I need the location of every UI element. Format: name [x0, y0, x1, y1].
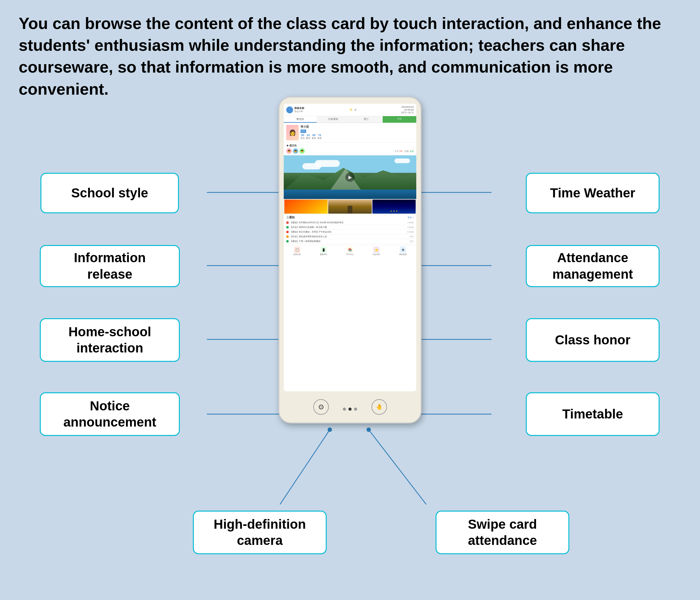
tab-schedule[interactable]: 行政课表 — [317, 116, 350, 123]
school-style-label: School style — [41, 173, 179, 213]
stat-1: 85 语文 — [301, 134, 305, 140]
homework-title: ★ 值日生 — [286, 144, 414, 147]
homework-section: ★ 值日生 👦 👧 👦 天天 5% 总数 全部 — [284, 143, 416, 155]
photo-gallery-main: ▶ — [284, 155, 416, 199]
microphone-icon[interactable]: ⊙ — [313, 399, 329, 415]
dot-3 — [354, 408, 357, 411]
tab-class-teacher[interactable]: 班主任 — [284, 116, 317, 123]
notice-item-4[interactable]: 【作业】请完成本周所有的作业并上交 昨天 — [286, 235, 414, 239]
svg-point-19 — [367, 428, 371, 432]
stat-2: 92 数学 — [306, 134, 310, 140]
notice-time-5: 昨天 — [410, 240, 414, 243]
profile-section: 👩 李小芸 班长 85 语文 92 数学 — [284, 123, 416, 143]
home-school-label: Home-school interaction — [40, 318, 180, 362]
notice-dot-4 — [286, 235, 289, 238]
nav-item-video[interactable]: 📱 视频专栏 — [310, 247, 336, 256]
notice-item-2[interactable]: 【作业】请同学们完成第一单元练习题 3小时前 — [286, 225, 414, 230]
weather-sun-icon: ☀ — [349, 107, 353, 113]
mountain-photo: ▶ — [284, 155, 416, 199]
time-weather-label: Time Weather — [526, 173, 659, 213]
tab-active-green[interactable]: 今日 — [383, 116, 416, 123]
notice-announcement-label: Notice announcement — [40, 392, 180, 436]
student-name: 李小芸 — [301, 125, 414, 129]
thumbnail-grid: ✦ ✦ ✦ — [284, 199, 416, 214]
school-sub: 市山小学 — [294, 110, 304, 113]
nav-item-evaluate[interactable]: ⭐ 综合评价 — [364, 247, 390, 256]
nav-attendance-icon: 📋 — [294, 247, 300, 253]
temp: 25°C~31°C — [401, 111, 414, 114]
notices-header: △通知 更多 > — [286, 215, 414, 219]
nav-video-label: 视频专栏 — [320, 253, 327, 256]
phone-screen[interactable]: 班级名称 市山小学 ☀ 水 2019/04/19 10:08:36 25°C~3… — [284, 104, 416, 391]
phone-device: 班级名称 市山小学 ☀ 水 2019/04/19 10:08:36 25°C~3… — [278, 97, 422, 424]
notices-section: △通知 更多 > 【通知】本学期2019年3月1日-2019年3月28日期末考试… — [284, 214, 416, 245]
school-info: 班级名称 市山小学 — [286, 106, 304, 113]
notice-text-1: 【通知】本学期2019年3月1日-2019年3月28日期末考试 — [290, 221, 406, 224]
fingerprint-icon[interactable]: 🤚 — [372, 399, 387, 415]
notice-text-3: 【通知】班主任通知：本周五下午班会活动 — [290, 231, 406, 234]
notices-more[interactable]: 更多 > — [407, 216, 414, 219]
nav-settings-label: 系统设置 — [399, 253, 407, 256]
notice-dot-3 — [286, 231, 289, 233]
phone-bottom-bar: ⊙ 🤚 — [279, 391, 421, 423]
attendance-management-label: Attendance management — [526, 245, 659, 287]
notice-dot-2 — [286, 226, 289, 229]
nav-item-attendance[interactable]: 📋 进发记录 — [284, 247, 310, 256]
notice-time-4: 昨天 — [410, 235, 414, 238]
nav-item-study[interactable]: 📚 学习中心 — [336, 247, 363, 256]
nav-study-label: 学习中心 — [346, 253, 354, 256]
cloud-3 — [395, 159, 410, 163]
notices-title: △通知 — [286, 215, 295, 219]
day-label: 水 — [354, 109, 356, 112]
thumb-1[interactable] — [284, 199, 328, 214]
notice-item-3[interactable]: 【通知】班主任通知：本周五下午班会活动 5小时前 — [286, 230, 414, 235]
notice-dot-1 — [286, 221, 289, 224]
school-avatar — [286, 106, 293, 113]
student-info: 李小芸 班长 85 语文 92 数学 8 — [301, 125, 414, 140]
class-honor-label: Class honor — [526, 318, 659, 362]
duty-avatar-3: 👦 — [299, 148, 305, 154]
thumb-2[interactable] — [328, 199, 372, 214]
notice-item-1[interactable]: 【通知】本学期2019年3月1日-2019年3月28日期末考试 1小时前 — [286, 220, 414, 225]
screen-tabs: 班主任 行政课表 周三 今日 — [284, 116, 416, 123]
nav-item-settings[interactable]: ⚙ 系统设置 — [390, 247, 416, 256]
nav-study-icon: 📚 — [347, 247, 353, 253]
cloud-2 — [315, 160, 340, 167]
thumb-3[interactable]: ✦ ✦ ✦ — [372, 199, 416, 214]
dot-2 — [348, 408, 352, 411]
duty-avatar-2: 👧 — [293, 148, 298, 154]
lake — [284, 190, 416, 199]
timetable-label: Timetable — [526, 392, 659, 436]
notice-time-3: 5小时前 — [407, 231, 414, 234]
information-release-label: Information release — [40, 245, 180, 287]
svg-line-18 — [369, 430, 426, 504]
date: 2019/04/19 — [401, 105, 414, 109]
nav-attendance-label: 进发记录 — [293, 253, 301, 256]
duty-avatar-1: 👦 — [286, 148, 292, 154]
high-def-camera-label: High-definition camera — [193, 511, 327, 554]
notice-item-5[interactable]: 【通知】下周一体育课改期通知 昨天 — [286, 239, 414, 244]
notice-time-2: 3小时前 — [407, 226, 414, 229]
duty-avatars: 👦 👧 👦 — [286, 148, 305, 154]
time: 10:08:36 — [401, 109, 414, 111]
stat-4: 79 体育 — [317, 134, 322, 140]
student-avatar: 👩 — [286, 125, 299, 140]
play-button-icon[interactable]: ▶ — [345, 172, 355, 182]
svg-line-16 — [280, 430, 330, 504]
phone-body: 班级名称 市山小学 ☀ 水 2019/04/19 10:08:36 25°C~3… — [278, 97, 422, 424]
stats-row: 85 语文 92 数学 88 英语 79 体育 — [301, 134, 414, 140]
dot-1 — [343, 408, 346, 411]
date-time-info: 2019/04/19 10:08:36 25°C~31°C — [401, 105, 414, 114]
svg-point-17 — [328, 428, 332, 432]
hw-stats: 天天 5% 总数 全部 — [395, 150, 414, 153]
badge-class-leader: 班长 — [301, 129, 306, 133]
screen-bottom-nav: 📋 进发记录 📱 视频专栏 📚 学习中心 ⭐ 综合评价 ⚙ 系统设置 — [284, 245, 416, 257]
stat-3: 88 英语 — [312, 134, 316, 140]
swipe-card-label: Swipe card attendance — [435, 511, 569, 554]
home-indicator — [343, 408, 357, 411]
notice-time-1: 1小时前 — [407, 221, 414, 224]
notice-dot-5 — [286, 240, 289, 243]
nav-video-icon: 📱 — [321, 247, 327, 253]
screen-header: 班级名称 市山小学 ☀ 水 2019/04/19 10:08:36 25°C~3… — [284, 104, 416, 116]
tab-day[interactable]: 周三 — [350, 116, 383, 123]
